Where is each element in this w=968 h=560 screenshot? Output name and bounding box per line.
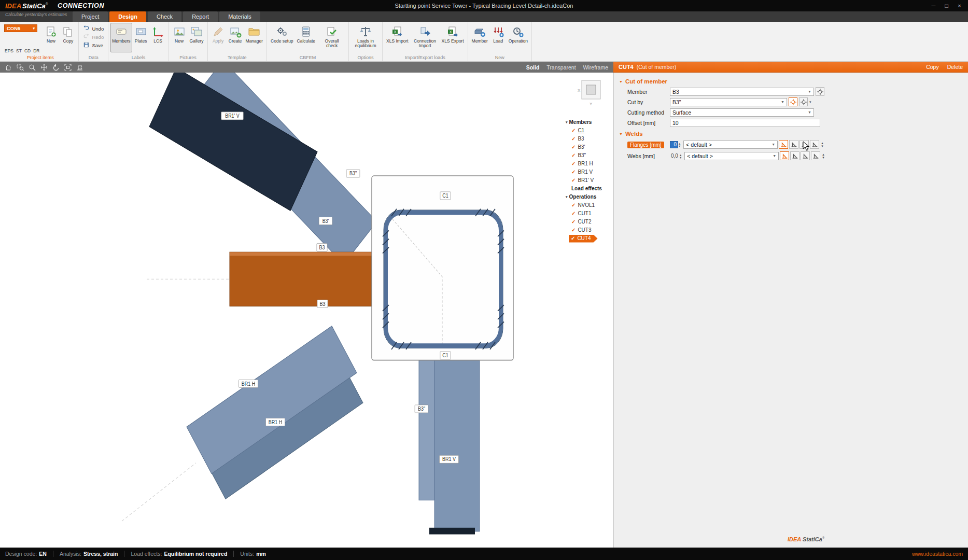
view-mode-solid[interactable]: Solid [526, 64, 540, 71]
checkbox-checked-icon[interactable]: ✓ [571, 151, 576, 160]
ribbon-button-manager[interactable]: Manager [244, 23, 265, 52]
flanges-mm-value[interactable]: 0 [670, 141, 678, 148]
pick-in-scene-button[interactable] [789, 97, 797, 106]
checkbox-checked-icon[interactable]: ✓ [571, 160, 576, 168]
ribbon-button-new[interactable]: New [43, 23, 59, 52]
tab-project[interactable]: Project [73, 11, 108, 22]
checkbox-checked-icon[interactable]: ✓ [571, 168, 576, 176]
active-operation-tag[interactable]: ✓CUT4 [569, 235, 598, 243]
pick-in-scene-button[interactable] [799, 97, 808, 106]
weld-type-button-3[interactable] [799, 140, 809, 149]
weld-order-spinner[interactable]: ▴▾ [821, 142, 823, 147]
checkbox-checked-icon[interactable]: ✓ [571, 209, 576, 218]
flanges-mm-default-select[interactable]: < default >▼ [683, 141, 778, 149]
ribbon-button-lcs[interactable]: LCS [150, 23, 166, 52]
maximize-button[interactable]: □ [940, 0, 953, 11]
member-select[interactable]: B3▼ [670, 88, 814, 96]
value-spinner[interactable]: ▴▾ [680, 153, 681, 159]
ribbon-button-redo[interactable]: Redo [81, 33, 106, 41]
project-mini-button-st[interactable]: ST [16, 48, 22, 53]
tree-item-b3[interactable]: ✓B3' [566, 143, 613, 151]
tree-item-b3[interactable]: ✓B3 [566, 135, 613, 143]
member-label-br1-h[interactable]: BR1 H [239, 380, 258, 387]
ribbon-button-create[interactable]: Create [227, 23, 244, 52]
ribbon-button-calculate[interactable]: Calculate [296, 23, 317, 52]
ribbon-button-operation[interactable]: Operation [507, 23, 529, 52]
tree-item-b3[interactable]: ✓B3" [566, 151, 613, 160]
member-b3-orange[interactable] [230, 252, 372, 306]
member-label-b3[interactable]: B3 [317, 300, 328, 307]
webs-mm-default-select[interactable]: < default >▼ [684, 152, 779, 160]
weld-type-button-1[interactable] [779, 140, 788, 149]
member-label-c1[interactable]: C1 [440, 352, 451, 359]
ribbon-button-undo[interactable]: Undo [81, 25, 106, 33]
checkbox-checked-icon[interactable]: ✓ [571, 201, 576, 209]
zoom-icon[interactable] [26, 62, 38, 73]
ribbon-button-connection-import[interactable]: Connection Import [411, 23, 440, 52]
member-label-b3[interactable]: B3" [346, 170, 360, 177]
cut-by-select[interactable]: B3"▼ [670, 98, 787, 106]
tree-item-br1-v[interactable]: ✓BR1' V [566, 176, 613, 185]
ribbon-button-copy[interactable]: Copy [60, 23, 76, 52]
member-label-c1[interactable]: C1 [440, 192, 451, 200]
webs-mm-value[interactable]: 0,0 [670, 152, 679, 160]
ribbon-button-xls-export[interactable]: XXLS Export [440, 23, 466, 52]
checkbox-checked-icon[interactable]: ✓ [571, 135, 576, 143]
clip-icon[interactable] [74, 62, 86, 73]
weld-type-button-2[interactable] [790, 151, 799, 160]
member-label-b3[interactable]: B3' [319, 217, 332, 225]
tab-design[interactable]: Design [109, 11, 146, 22]
weld-type-button-4[interactable] [810, 140, 819, 149]
ribbon-button-overall-check[interactable]: Overall check [317, 23, 346, 52]
zoom-window-icon[interactable] [14, 62, 26, 73]
delete-operation-button[interactable]: Delete [947, 64, 963, 70]
checkbox-checked-icon[interactable]: ✓ [571, 127, 576, 135]
tree-item-c1[interactable]: ✓C1 [566, 127, 613, 135]
copy-operation-button[interactable]: Copy [926, 64, 939, 70]
navigation-cube[interactable]: X Y [577, 79, 604, 107]
tree-item-nvol1[interactable]: ✓NVOL1 [566, 201, 613, 209]
weld-type-button-2[interactable] [789, 140, 798, 149]
tree-header-load-effects[interactable]: Load effects [566, 185, 613, 193]
offset-mm-input[interactable]: 10 [670, 119, 820, 127]
tree-item-cut2[interactable]: ✓CUT2 [566, 218, 613, 226]
ribbon-button-members[interactable]: Members [110, 23, 132, 52]
member-label-br1-v[interactable]: BR1' V [221, 112, 244, 120]
tree-item-cut1[interactable]: ✓CUT1 [566, 209, 613, 218]
ribbon-button-member[interactable]: Member [470, 23, 489, 52]
tree-item-br1-h[interactable]: ✓BR1 H [566, 160, 613, 168]
view-mode-wireframe[interactable]: Wireframe [583, 64, 608, 71]
member-b3-vertical-flange[interactable] [419, 360, 434, 500]
checkbox-checked-icon[interactable]: ✓ [571, 143, 576, 151]
member-br1v-vertical[interactable] [434, 360, 480, 531]
tree-item-cut3[interactable]: ✓CUT3 [566, 226, 613, 234]
section-welds[interactable]: ▼Welds [614, 128, 968, 139]
tab-report[interactable]: Report [183, 11, 218, 22]
ribbon-button-save[interactable]: Save [81, 41, 106, 49]
checkbox-checked-icon[interactable]: ✓ [571, 218, 576, 226]
ribbon-button-load[interactable]: Load [490, 23, 507, 52]
tab-check[interactable]: Check [148, 11, 181, 22]
ribbon-button-xls-import[interactable]: XXLS Import [385, 23, 410, 52]
tree-item-br1-v[interactable]: ✓BR1 V [566, 168, 613, 176]
value-spinner[interactable]: ▴▾ [679, 142, 680, 147]
tab-materials[interactable]: Materials [219, 11, 260, 22]
checkbox-checked-icon[interactable]: ✓ [571, 234, 575, 243]
weld-type-button-3[interactable] [801, 151, 810, 160]
checkbox-checked-icon[interactable]: ✓ [571, 226, 576, 234]
rotate-icon[interactable] [50, 62, 62, 73]
project-mini-button-cd[interactable]: CD [24, 48, 31, 53]
ribbon-button-apply[interactable]: Apply [210, 23, 227, 52]
ribbon-button-new[interactable]: New [171, 23, 188, 52]
project-mini-button-eps[interactable]: EPS [5, 48, 13, 53]
section-cut-of-member[interactable]: ▼Cut of member [614, 76, 968, 87]
view-mode-transparent[interactable]: Transparent [546, 64, 576, 71]
ribbon-button-code-setup[interactable]: Code setup [269, 23, 294, 52]
website-link[interactable]: www.ideastatica.com [912, 551, 963, 557]
chevron-down-icon[interactable]: ▾ [809, 100, 811, 104]
minimize-button[interactable]: ─ [927, 0, 940, 11]
ribbon-button-loads-in-equilibrium[interactable]: Loads in equilibrium [351, 23, 380, 52]
project-mini-button-dr[interactable]: DR [33, 48, 39, 53]
close-button[interactable]: × [953, 0, 966, 11]
member-label-b3[interactable]: B3" [415, 405, 428, 413]
